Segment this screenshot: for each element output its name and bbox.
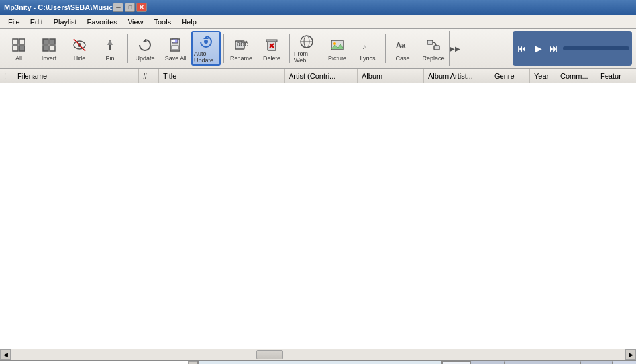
col-album[interactable]: Album <box>358 69 424 83</box>
toolbar-overflow-button[interactable]: ▶▶ <box>449 31 460 66</box>
toolbar-auto-update[interactable]: Auto-Update <box>191 31 221 66</box>
svg-point-19 <box>204 40 208 44</box>
toolbar-from-web[interactable]: From Web <box>292 31 321 66</box>
menu-file[interactable]: File <box>3 17 25 27</box>
maximize-button[interactable]: □ <box>125 3 135 12</box>
folder-tree-content: - SEBA Contacts Desktop + <box>0 361 197 364</box>
tab-lyrics[interactable]: Lyrics <box>505 361 541 364</box>
toolbar-pin[interactable]: Pin <box>95 31 125 66</box>
col-indicator[interactable]: ! <box>0 69 13 83</box>
replace-label: Replace <box>422 55 444 62</box>
tab-more[interactable]: More <box>471 361 505 364</box>
from-web-icon <box>297 33 316 50</box>
player-progress[interactable] <box>563 46 629 50</box>
horizontal-scrollbar[interactable]: ◀ ▶ <box>0 349 636 360</box>
scroll-track[interactable] <box>11 349 625 360</box>
col-genre[interactable]: Genre <box>490 69 530 83</box>
hide-icon <box>70 36 89 54</box>
close-button[interactable]: ✕ <box>136 3 147 12</box>
bottom-section: - SEBA Contacts Desktop + <box>0 360 636 364</box>
menu-view[interactable]: View <box>123 17 149 27</box>
file-list[interactable] <box>0 83 636 349</box>
col-comment[interactable]: Comm... <box>556 69 596 83</box>
col-album-artist[interactable]: Album Artist... <box>424 69 490 83</box>
rename-icon: abc <box>232 36 250 54</box>
svg-text:♪: ♪ <box>362 42 366 50</box>
svg-rect-16 <box>172 46 178 50</box>
svg-rect-35 <box>427 40 433 44</box>
minimize-button[interactable]: ─ <box>113 3 123 12</box>
tree-scroll-up[interactable]: ▲ <box>188 361 197 364</box>
col-year[interactable]: Year <box>530 69 556 83</box>
toolbar-update[interactable]: Update <box>131 31 160 66</box>
toolbar-sep-4 <box>385 34 386 63</box>
picture-label: Picture <box>328 55 346 62</box>
toolbar-rename[interactable]: abc Rename <box>227 31 256 66</box>
auto-update-label: Auto-Update <box>194 50 218 64</box>
menu-playlist[interactable]: Playlist <box>48 17 82 27</box>
all-label: All <box>15 55 22 62</box>
menu-tools[interactable]: Tools <box>148 17 176 27</box>
pin-icon <box>101 36 119 54</box>
toolbar-invert[interactable]: Invert <box>34 31 64 66</box>
toolbar-lyrics[interactable]: ♪ Lyrics <box>353 31 382 66</box>
toolbar-all[interactable]: All <box>4 31 33 66</box>
app-title: Mp3nity - C:\Users\SEBA\Music <box>4 3 113 11</box>
toolbar-picture[interactable]: Picture <box>323 31 352 66</box>
all-icon <box>9 36 28 54</box>
file-list-area <box>0 83 636 349</box>
menu-favorites[interactable]: Favorites <box>82 17 123 27</box>
lyrics-icon: ♪ <box>358 36 377 54</box>
svg-rect-4 <box>43 39 48 44</box>
title-bar: Mp3nity - C:\Users\SEBA\Music ─ □ ✕ <box>0 0 636 15</box>
player-prev-button[interactable]: ⏮ <box>515 42 529 55</box>
menu-help[interactable]: Help <box>176 17 202 27</box>
svg-marker-12 <box>107 40 113 45</box>
menu-edit[interactable]: Edit <box>25 17 48 27</box>
tree-scrollbar[interactable]: ▲ ▼ <box>188 361 197 364</box>
col-artist[interactable]: Artist (Contri... <box>285 69 358 83</box>
toolbar-delete[interactable]: Delete <box>257 31 286 66</box>
player-section: ⏮ ▶ ⏭ <box>513 31 632 66</box>
save-all-icon <box>166 36 185 54</box>
scroll-left-button[interactable]: ◀ <box>0 349 11 360</box>
col-title[interactable]: Title <box>159 69 285 83</box>
hide-label: Hide <box>74 55 86 62</box>
save-all-label: Save All <box>165 55 187 62</box>
update-label: Update <box>135 55 154 62</box>
toolbar-case[interactable]: Aa Case <box>388 31 417 66</box>
player-play-button[interactable]: ▶ <box>531 42 545 55</box>
info-panel: Info More Lyrics Picture Web No files op… <box>441 361 636 364</box>
overflow-icon: ▶▶ <box>450 45 460 52</box>
col-number[interactable]: # <box>139 69 159 83</box>
tab-picture[interactable]: Picture <box>541 361 581 364</box>
svg-rect-7 <box>50 46 55 51</box>
player-next-button[interactable]: ⏭ <box>547 42 560 55</box>
toolbar-save-all[interactable]: Save All <box>161 31 190 66</box>
svg-rect-17 <box>172 40 175 42</box>
col-feature[interactable]: Featur <box>596 69 636 83</box>
case-icon: Aa <box>394 36 412 54</box>
delete-label: Delete <box>263 55 280 62</box>
toolbar-hide[interactable]: Hide <box>65 31 94 66</box>
pin-label: Pin <box>105 55 114 62</box>
scroll-right-button[interactable]: ▶ <box>625 349 636 360</box>
toolbar-sep-3 <box>289 34 290 63</box>
info-tab-bar: Info More Lyrics Picture Web <box>442 361 636 364</box>
picture-icon <box>328 36 346 54</box>
col-filename[interactable]: Filename <box>13 69 139 83</box>
svg-rect-2 <box>13 46 18 51</box>
tab-info[interactable]: Info <box>442 361 471 364</box>
invert-icon <box>40 36 58 54</box>
svg-text:Aa: Aa <box>396 41 406 49</box>
invert-label: Invert <box>42 55 57 62</box>
svg-rect-36 <box>434 46 439 50</box>
svg-rect-27 <box>266 40 277 42</box>
toolbar-replace[interactable]: Replace <box>419 31 448 66</box>
toolbar: All Invert Hide Pin Update Save All <box>0 29 636 69</box>
scroll-thumb[interactable] <box>256 350 283 359</box>
menu-bar: File Edit Playlist Favorites View Tools … <box>0 15 636 29</box>
replace-icon <box>424 36 443 54</box>
svg-text:abc: abc <box>237 40 248 48</box>
tab-web[interactable]: Web <box>581 361 613 364</box>
